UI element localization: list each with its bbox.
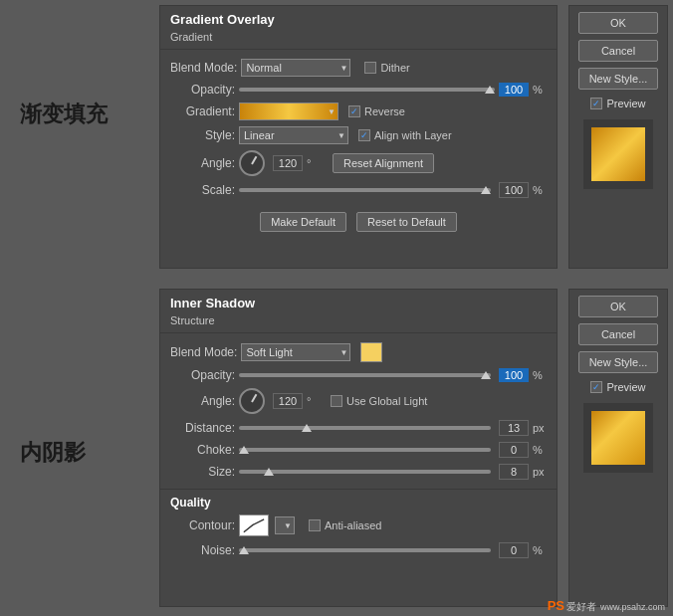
cancel-btn-top[interactable]: Cancel [578, 40, 658, 62]
contour-label: Contour: [170, 518, 235, 532]
noise-slider[interactable] [239, 548, 491, 552]
scale-value[interactable] [499, 182, 529, 198]
scale-slider-track [239, 188, 491, 192]
ok-btn-top[interactable]: OK [578, 12, 658, 34]
size-thumb [264, 468, 274, 476]
noise-thumb [239, 546, 249, 554]
align-checkbox[interactable]: ✓ [358, 129, 370, 141]
blend-mode-row: Blend Mode: Normal Multiply Screen Dithe… [160, 56, 557, 80]
distance-value[interactable] [499, 420, 529, 436]
align-checkbox-row: ✓ Align with Layer [358, 129, 452, 141]
inner-angle-unit: ° [307, 395, 321, 407]
bottom-buttons-row: Make Default Reset to Default [160, 209, 557, 235]
preview-text-top: Preview [606, 98, 645, 109]
opacity-label: Opacity: [170, 83, 235, 97]
dither-label: Dither [380, 62, 409, 74]
contour-dropdown-wrapper[interactable] [275, 516, 295, 534]
distance-slider[interactable] [239, 426, 491, 430]
align-label: Align with Layer [374, 129, 452, 141]
scale-label: Scale: [170, 183, 235, 197]
anti-alias-checkbox[interactable] [309, 519, 321, 531]
love-hobby-text: 爱好者 [566, 600, 596, 614]
preview-text-bottom: Preview [606, 381, 645, 393]
contour-select[interactable] [275, 516, 295, 534]
blend-mode-select[interactable]: Normal Multiply Screen [241, 59, 350, 77]
angle-label-top: Angle: [170, 156, 235, 170]
distance-label: Distance: [170, 421, 235, 435]
gradient-row: Gradient: ✓ Reverse [160, 100, 557, 123]
dither-checkbox-row: Dither [364, 62, 409, 74]
scale-unit: % [533, 184, 547, 196]
global-light-checkbox[interactable] [331, 395, 342, 407]
angle-dial-top[interactable] [239, 150, 265, 176]
opacity-value[interactable]: 100 [499, 83, 529, 97]
noise-unit: % [533, 544, 547, 556]
inner-opacity-row: Opacity: % [160, 365, 557, 385]
ps-logo-text: PS [548, 598, 564, 613]
size-slider[interactable] [239, 470, 491, 474]
watermark-url: www.psahz.com [600, 602, 665, 612]
make-default-btn[interactable]: Make Default [260, 212, 346, 232]
style-dropdown-wrapper[interactable]: Linear Radial Angle [239, 126, 348, 144]
cancel-btn-bottom[interactable]: Cancel [578, 323, 658, 345]
size-unit: px [533, 466, 547, 478]
inner-blend-select[interactable]: Soft Light Normal Multiply [241, 343, 350, 361]
noise-value[interactable] [499, 542, 529, 558]
inner-blend-mode-label: Blend Mode: [170, 345, 237, 359]
new-style-btn-bottom[interactable]: New Style... [578, 351, 658, 373]
panel-title-inner-shadow: Inner Shadow [160, 290, 557, 312]
noise-row: Noise: % [160, 539, 557, 561]
opacity-row: Opacity: 100 % [160, 80, 557, 100]
opacity-slider-container[interactable] [239, 88, 495, 92]
inner-opacity-label: Opacity: [170, 368, 235, 382]
preview-label-top: ✓ Preview [569, 96, 667, 111]
reverse-checkbox[interactable]: ✓ [348, 105, 360, 117]
ok-btn-bottom[interactable]: OK [578, 296, 658, 317]
preview-checkbox-bottom[interactable]: ✓ [590, 381, 602, 393]
inner-shadow-color-swatch[interactable] [360, 342, 382, 362]
inner-blend-dropdown-wrapper[interactable]: Soft Light Normal Multiply [241, 343, 350, 361]
contour-preview[interactable] [239, 514, 269, 536]
inner-angle-row: Angle: ° Use Global Light [160, 385, 557, 417]
angle-row: Angle: ° Reset Alignment [160, 147, 557, 179]
inner-opacity-track [239, 373, 491, 377]
gradient-bar[interactable] [239, 103, 338, 120]
opacity-slider-track [239, 88, 495, 92]
reset-default-btn[interactable]: Reset to Default [356, 212, 457, 232]
inner-opacity-unit: % [533, 369, 547, 381]
panel-subtitle-gradient: Gradient [160, 29, 557, 49]
inner-opacity-slider[interactable] [239, 373, 491, 377]
inner-angle-value[interactable] [273, 393, 303, 409]
scale-row: Scale: % [160, 179, 557, 201]
contour-line-svg [242, 517, 266, 534]
angle-dial-bottom[interactable] [239, 388, 265, 414]
dither-checkbox[interactable] [364, 62, 376, 74]
chinese-label-inner-shadow: 内阴影 [20, 438, 86, 468]
blend-mode-dropdown-wrapper[interactable]: Normal Multiply Screen [241, 59, 350, 77]
choke-value[interactable] [499, 442, 529, 458]
inner-angle-label: Angle: [170, 394, 235, 408]
anti-alias-row: Anti-aliased [309, 519, 381, 531]
size-value[interactable] [499, 464, 529, 480]
angle-unit-top: ° [307, 157, 321, 169]
style-select[interactable]: Linear Radial Angle [239, 126, 348, 144]
blend-mode-label: Blend Mode: [170, 61, 237, 75]
preview-thumb-inner-bottom [591, 411, 645, 465]
style-label: Style: [170, 128, 235, 142]
distance-thumb [302, 424, 312, 432]
preview-label-bottom: ✓ Preview [569, 379, 667, 395]
gradient-overlay-panel: Gradient Overlay Gradient Blend Mode: No… [159, 5, 558, 269]
new-style-btn-top[interactable]: New Style... [578, 68, 658, 90]
scale-slider-container[interactable] [239, 188, 491, 192]
choke-row: Choke: % [160, 439, 557, 461]
angle-value-top[interactable] [273, 155, 303, 171]
contour-row: Contour: Anti-aliased [160, 512, 557, 539]
reset-alignment-btn[interactable]: Reset Alignment [333, 153, 434, 173]
preview-checkbox-top[interactable]: ✓ [590, 98, 602, 109]
choke-slider[interactable] [239, 448, 491, 452]
panel-subtitle-structure: Structure [160, 312, 557, 332]
inner-blend-mode-row: Blend Mode: Soft Light Normal Multiply [160, 339, 557, 365]
gradient-bar-wrapper[interactable] [239, 103, 338, 120]
inner-opacity-value[interactable] [499, 368, 529, 382]
size-row: Size: px [160, 461, 557, 483]
